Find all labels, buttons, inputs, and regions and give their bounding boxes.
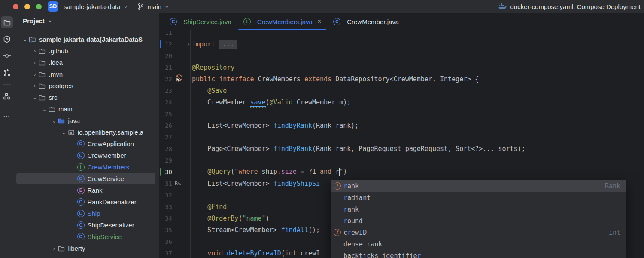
tab-label: CrewMember.java <box>347 18 399 25</box>
close-icon[interactable]: × <box>317 18 321 25</box>
gutter[interactable]: 23 <box>159 85 192 96</box>
code-line[interactable]: 30 @Query("where ship.size = ?1 and r") <box>159 166 644 178</box>
tree-item-ship[interactable]: CShip <box>16 208 155 219</box>
gutter[interactable]: 36 <box>159 236 192 247</box>
code-line[interactable]: 12›import ... <box>159 38 644 50</box>
services-icon[interactable] <box>1 33 13 45</box>
completion-item[interactable]: backticks_identifier <box>331 250 626 258</box>
gutter[interactable]: 35 <box>159 224 192 236</box>
tree-item-rank[interactable]: ERank <box>16 184 155 196</box>
tree-item-src[interactable]: ⌄src <box>16 92 155 103</box>
tree-item-crewmember[interactable]: CCrewMember <box>16 150 155 161</box>
gutter[interactable]: 29 <box>159 154 192 166</box>
chevron-down-icon[interactable]: ⌄ <box>60 129 67 135</box>
tree-item-main[interactable]: ⌄main <box>16 103 155 115</box>
tree-item-liberty[interactable]: ›liberty <box>16 243 155 254</box>
chevron-down-icon[interactable]: ⌄ <box>31 94 39 101</box>
more-icon[interactable]: ⋯ <box>1 110 13 122</box>
branch-widget[interactable]: main ⌄ <box>137 3 169 10</box>
gutter[interactable]: 30 <box>159 166 192 178</box>
code-line[interactable]: 29 <box>159 154 644 166</box>
chevron-right-icon[interactable]: › <box>31 83 39 89</box>
gutter[interactable]: 21 <box>159 61 192 73</box>
structure-icon[interactable] <box>1 90 13 102</box>
gutter[interactable]: 33 <box>159 201 192 212</box>
folded-imports[interactable]: ... <box>219 40 237 49</box>
chevron-right-icon[interactable]: › <box>31 71 39 77</box>
tree-item-label: ShipDeserializer <box>88 221 134 229</box>
fold-chevron-icon[interactable]: › <box>187 41 190 47</box>
tree-item-crewservice[interactable]: CCrewService <box>16 173 155 184</box>
completion-item[interactable]: round <box>331 215 626 227</box>
run-configuration-widget[interactable]: docker-compose.yaml: Compose Deployment <box>498 3 641 10</box>
completion-item[interactable]: fcrewIDint <box>331 227 626 238</box>
tree-item-java[interactable]: ⌄java <box>16 115 155 126</box>
overridden-marker-icon[interactable] <box>175 74 183 84</box>
project-icon[interactable] <box>1 16 13 28</box>
code-line[interactable]: 27 <box>159 131 644 143</box>
project-switcher[interactable]: sample-jakarta-data ⌄ <box>64 3 128 10</box>
zoom-window-button[interactable] <box>36 4 42 9</box>
gutter[interactable]: 12› <box>159 38 192 50</box>
tree-item-label: .mvn <box>49 71 63 78</box>
tree-item-io-openliberty-sample-a[interactable]: ⌄io.openliberty.sample.a <box>16 126 155 138</box>
minimize-window-button[interactable] <box>24 4 30 9</box>
chevron-right-icon[interactable]: › <box>31 59 39 66</box>
gutter[interactable]: 25 <box>159 108 192 120</box>
tree-item[interactable]: › <box>16 254 155 258</box>
code-line[interactable]: 28 Page<CrewMember> findByRank(Rank rank… <box>159 143 644 154</box>
tree-item-sample-jakarta-data[interactable]: ⌄sample-jakarta-data [JakartaDataS <box>16 34 155 45</box>
gutter[interactable]: 28 <box>159 143 192 154</box>
gutter[interactable]: 20 <box>159 50 192 61</box>
completion-item[interactable]: radiant <box>331 192 626 203</box>
gutter[interactable]: 37 <box>159 247 192 258</box>
tree-item--github[interactable]: ›.github <box>16 45 155 57</box>
chevron-down-icon[interactable]: ⌄ <box>51 117 58 124</box>
tree-item-rankdeserializer[interactable]: CRankDeserializer <box>16 196 155 208</box>
tree-item--mvn[interactable]: ›.mvn <box>16 68 155 80</box>
gutter-icons: › <box>172 38 192 50</box>
tab-shipservice-java[interactable]: CShipService.java <box>164 13 237 30</box>
rename-marker-icon[interactable]: R✎ <box>175 181 181 187</box>
tree-item-shipservice[interactable]: CShipService <box>16 231 155 243</box>
tree-item-postgres[interactable]: ›postgres <box>16 80 155 92</box>
completion-icon-placeholder <box>333 252 341 258</box>
tree-item-crewmembers[interactable]: ICrewMembers <box>16 161 155 173</box>
gutter[interactable]: 32 <box>159 189 192 201</box>
completion-item[interactable]: dense_rank <box>331 238 626 250</box>
gutter-icons: R✎ <box>172 178 192 189</box>
code-line[interactable]: 22public interface CrewMembers extends D… <box>159 73 644 85</box>
chevron-right-icon[interactable]: › <box>31 48 39 54</box>
gutter[interactable]: 31R✎ <box>159 178 192 189</box>
tree-item-crewapplication[interactable]: CCrewApplication <box>16 138 155 150</box>
run-config-label: docker-compose.yaml: Compose Deployment <box>510 3 641 10</box>
project-panel-header[interactable]: Project ⌄ <box>14 13 159 28</box>
code-line[interactable]: 24 CrewMember save(@Valid CrewMember m); <box>159 96 644 108</box>
tab-crewmembers-java[interactable]: ICrewMembers.java× <box>237 13 328 30</box>
code-line[interactable]: 21@Repository <box>159 61 644 73</box>
completion-item[interactable]: rank <box>331 203 626 215</box>
code-line[interactable]: 23 @Save <box>159 85 644 96</box>
tree-item--idea[interactable]: ›.idea <box>16 57 155 68</box>
chevron-down-icon[interactable]: ⌄ <box>21 36 29 43</box>
close-window-button[interactable] <box>13 4 18 9</box>
gutter[interactable]: 22 <box>159 73 192 85</box>
titlebar: SD sample-jakarta-data ⌄ main ⌄ docker-c… <box>0 0 644 13</box>
gutter[interactable]: 26 <box>159 120 192 131</box>
gutter[interactable]: 34 <box>159 212 192 224</box>
gutter[interactable]: 24 <box>159 96 192 108</box>
gutter-icons <box>172 96 192 108</box>
code-line[interactable]: 26 List<CrewMember> findByRank(Rank rank… <box>159 120 644 131</box>
gutter[interactable]: 27 <box>159 131 192 143</box>
tree-item-shipdeserializer[interactable]: CShipDeserializer <box>16 219 155 231</box>
pull-requests-icon[interactable] <box>1 67 13 79</box>
commit-icon[interactable] <box>1 50 13 62</box>
tab-crewmember-java[interactable]: CCrewMember.java <box>327 13 405 30</box>
chevron-down-icon[interactable]: ⌄ <box>41 106 48 112</box>
completion-item[interactable]: frankRank <box>331 180 626 192</box>
gutter-icons <box>172 212 192 224</box>
code-text: @Find <box>192 203 227 211</box>
code-line[interactable]: 25 <box>159 108 644 120</box>
code-line[interactable]: 20 <box>159 50 644 61</box>
chevron-right-icon[interactable]: › <box>51 245 58 252</box>
